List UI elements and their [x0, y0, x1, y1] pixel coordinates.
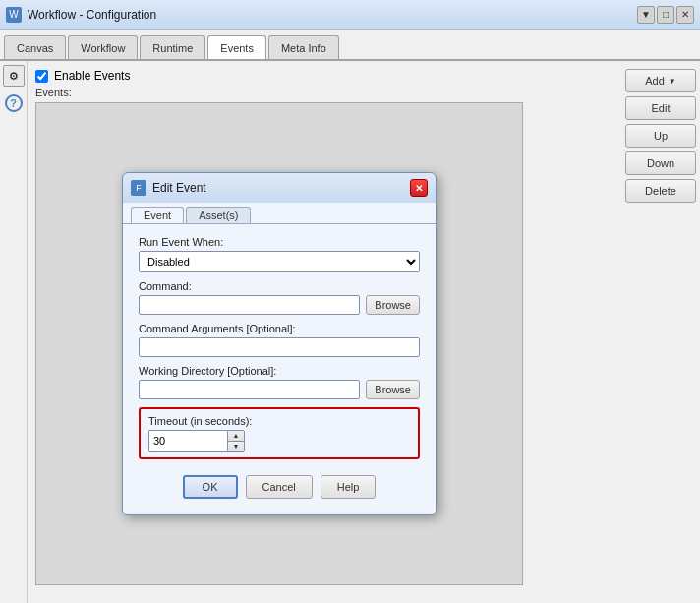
- main-area: ⚙ ? Enable Events Events: F Edit Event: [0, 61, 700, 603]
- tab-metainfo[interactable]: Meta Info: [268, 35, 339, 59]
- title-bar: W Workflow - Configuration ▼ □ ✕: [0, 0, 700, 30]
- command-args-input[interactable]: [139, 337, 420, 357]
- title-bar-left: W Workflow - Configuration: [6, 7, 156, 23]
- app-icon: W: [6, 7, 22, 23]
- working-dir-input-row: Browse: [139, 380, 420, 399]
- run-event-when-label: Run Event When:: [139, 236, 420, 248]
- timeout-decrement-button[interactable]: ▼: [228, 442, 244, 452]
- modal-overlay: F Edit Event ✕ Event Asset(s): [36, 103, 522, 584]
- left-sidebar: ⚙ ?: [0, 61, 28, 603]
- dialog-app-icon: F: [131, 180, 146, 196]
- dialog-close-button[interactable]: ✕: [410, 179, 428, 197]
- tab-canvas[interactable]: Canvas: [4, 35, 66, 59]
- cancel-button[interactable]: Cancel: [246, 475, 313, 499]
- tab-bar: Canvas Workflow Runtime Events Meta Info: [0, 30, 700, 61]
- window-title: Workflow - Configuration: [28, 8, 156, 22]
- enable-events-row: Enable Events: [35, 69, 612, 83]
- dialog-title-bar: F Edit Event ✕: [123, 173, 436, 203]
- delete-button[interactable]: Delete: [625, 179, 696, 203]
- add-dropdown-arrow: ▼: [669, 77, 676, 86]
- working-dir-label: Working Directory [Optional]:: [139, 365, 420, 377]
- pin-button[interactable]: ▼: [637, 6, 655, 24]
- window-controls: ▼ □ ✕: [637, 6, 694, 24]
- tool-icon[interactable]: ⚙: [3, 65, 25, 87]
- down-button[interactable]: Down: [625, 151, 696, 175]
- close-button[interactable]: ✕: [676, 6, 694, 24]
- dialog-tab-bar: Event Asset(s): [123, 203, 436, 224]
- add-button[interactable]: Add ▼: [625, 69, 696, 92]
- timeout-input-row: 30 ▲ ▼: [148, 430, 410, 452]
- command-input-row: Browse: [139, 295, 420, 315]
- command-label: Command:: [139, 280, 420, 292]
- events-label: Events:: [35, 87, 612, 98]
- dialog-tab-assets[interactable]: Asset(s): [186, 207, 251, 223]
- dialog-tab-event[interactable]: Event: [131, 207, 184, 223]
- working-dir-input[interactable]: [139, 380, 360, 399]
- tab-workflow[interactable]: Workflow: [68, 35, 138, 59]
- enable-events-checkbox[interactable]: [35, 70, 48, 83]
- edit-button[interactable]: Edit: [625, 96, 696, 120]
- timeout-section: Timeout (in seconds): 30 ▲ ▼: [139, 407, 420, 459]
- timeout-label: Timeout (in seconds):: [148, 415, 410, 427]
- dialog-body: Run Event When: Disabled On Start On Sto…: [123, 224, 436, 514]
- timeout-spinner: ▲ ▼: [227, 430, 245, 452]
- tab-runtime[interactable]: Runtime: [140, 35, 205, 59]
- dialog-title: Edit Event: [152, 181, 206, 195]
- tab-events[interactable]: Events: [207, 35, 266, 59]
- command-args-input-row: [139, 337, 420, 357]
- working-dir-browse-button[interactable]: Browse: [366, 380, 420, 399]
- command-row: Command: Browse: [139, 280, 420, 315]
- edit-event-dialog: F Edit Event ✕ Event Asset(s): [122, 172, 437, 515]
- ok-button[interactable]: OK: [183, 475, 238, 499]
- run-event-when-input-row: Disabled On Start On Stop On Error: [139, 251, 420, 272]
- run-event-when-select[interactable]: Disabled On Start On Stop On Error: [139, 251, 420, 272]
- run-event-when-row: Run Event When: Disabled On Start On Sto…: [139, 236, 420, 272]
- dialog-footer: OK Cancel Help: [139, 469, 420, 503]
- help-button[interactable]: Help: [321, 475, 377, 499]
- working-dir-row: Working Directory [Optional]: Browse: [139, 365, 420, 399]
- restore-button[interactable]: □: [657, 6, 674, 24]
- command-browse-button[interactable]: Browse: [366, 295, 420, 315]
- dialog-title-left: F Edit Event: [131, 180, 206, 196]
- content-panel: Enable Events Events: F Edit Event ✕: [28, 61, 619, 603]
- command-args-row: Command Arguments [Optional]:: [139, 323, 420, 357]
- events-area: F Edit Event ✕ Event Asset(s): [35, 102, 523, 585]
- command-input[interactable]: [139, 295, 360, 315]
- timeout-input[interactable]: 30: [148, 430, 227, 452]
- timeout-increment-button[interactable]: ▲: [228, 431, 244, 442]
- help-icon[interactable]: ?: [5, 94, 23, 112]
- enable-events-label: Enable Events: [54, 69, 130, 83]
- up-button[interactable]: Up: [625, 124, 696, 148]
- right-sidebar: Add ▼ Edit Up Down Delete: [619, 61, 700, 603]
- command-args-label: Command Arguments [Optional]:: [139, 323, 420, 334]
